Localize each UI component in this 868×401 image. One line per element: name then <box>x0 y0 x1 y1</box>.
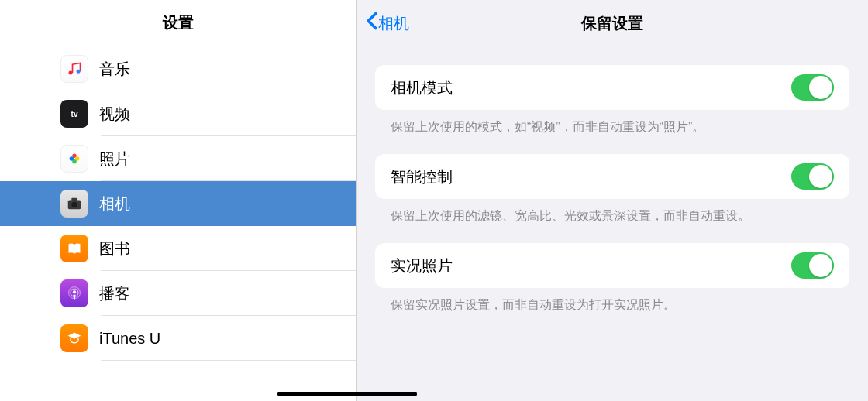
setting-group-camera-mode: 相机模式 保留上次使用的模式，如“视频”，而非自动重设为“照片”。 <box>375 65 849 135</box>
sidebar-item-books[interactable]: 图书 <box>0 226 356 271</box>
itunesu-icon <box>60 324 88 352</box>
music-icon <box>60 55 88 83</box>
sidebar-item-label: 播客 <box>99 283 130 304</box>
books-icon <box>60 235 88 262</box>
sidebar-item-music[interactable]: 音乐 <box>0 46 356 91</box>
back-label: 相机 <box>378 13 409 34</box>
camera-icon <box>60 190 88 218</box>
sidebar-item-label: 音乐 <box>99 59 130 80</box>
photos-icon <box>60 145 88 173</box>
sidebar-item-label: 照片 <box>99 149 130 170</box>
svg-point-5 <box>70 156 74 161</box>
detail-title: 保留设置 <box>356 13 868 34</box>
setting-group-smart-control: 智能控制 保留上次使用的滤镜、宽高比、光效或景深设置，而非自动重设。 <box>375 154 849 224</box>
settings-sidebar: 设置 音乐 tv 视频 照片 相机 <box>0 0 356 401</box>
sidebar-item-label: 视频 <box>99 104 130 125</box>
setting-footer: 保留实况照片设置，而非自动重设为打开实况照片。 <box>375 288 849 314</box>
svg-point-7 <box>71 202 77 207</box>
sidebar-item-photos[interactable]: 照片 <box>0 136 356 181</box>
sidebar-list: 音乐 tv 视频 照片 相机 图书 <box>0 46 356 401</box>
svg-rect-8 <box>71 198 77 201</box>
sidebar-item-podcast[interactable]: 播客 <box>0 271 356 316</box>
setting-label: 智能控制 <box>391 166 453 187</box>
sidebar-item-camera[interactable]: 相机 <box>0 181 356 226</box>
setting-label: 相机模式 <box>391 77 453 98</box>
detail-header: 相机 保留设置 <box>356 0 868 46</box>
back-button[interactable]: 相机 <box>366 11 409 36</box>
setting-row: 相机模式 <box>375 65 849 110</box>
toggle-live-photo[interactable] <box>791 252 834 279</box>
sidebar-item-itunesu[interactable]: iTunes U <box>0 316 356 361</box>
setting-label: 实况照片 <box>391 255 453 276</box>
podcast-icon <box>60 279 88 307</box>
svg-point-0 <box>69 71 73 75</box>
home-indicator[interactable] <box>277 392 417 396</box>
toggle-camera-mode[interactable] <box>791 74 834 101</box>
setting-group-live-photo: 实况照片 保留实况照片设置，而非自动重设为打开实况照片。 <box>375 243 849 314</box>
sidebar-item-label: iTunes U <box>99 330 160 348</box>
detail-pane: 相机 保留设置 相机模式 保留上次使用的模式，如“视频”，而非自动重设为“照片”… <box>356 0 868 401</box>
sidebar-item-label: 图书 <box>99 238 130 259</box>
setting-row: 实况照片 <box>375 243 849 288</box>
svg-point-1 <box>77 70 81 74</box>
setting-footer: 保留上次使用的模式，如“视频”，而非自动重设为“照片”。 <box>375 110 849 135</box>
toggle-smart-control[interactable] <box>791 163 834 190</box>
sidebar-item-label: 相机 <box>99 194 130 214</box>
chevron-left-icon <box>366 11 378 36</box>
svg-point-9 <box>73 290 76 293</box>
setting-footer: 保留上次使用的滤镜、宽高比、光效或景深设置，而非自动重设。 <box>375 199 849 224</box>
sidebar-title: 设置 <box>163 12 194 33</box>
video-icon: tv <box>60 100 88 128</box>
detail-content: 相机模式 保留上次使用的模式，如“视频”，而非自动重设为“照片”。 智能控制 保… <box>356 46 868 401</box>
setting-row: 智能控制 <box>375 154 849 199</box>
sidebar-header: 设置 <box>0 0 356 46</box>
sidebar-item-video[interactable]: tv 视频 <box>0 91 356 136</box>
